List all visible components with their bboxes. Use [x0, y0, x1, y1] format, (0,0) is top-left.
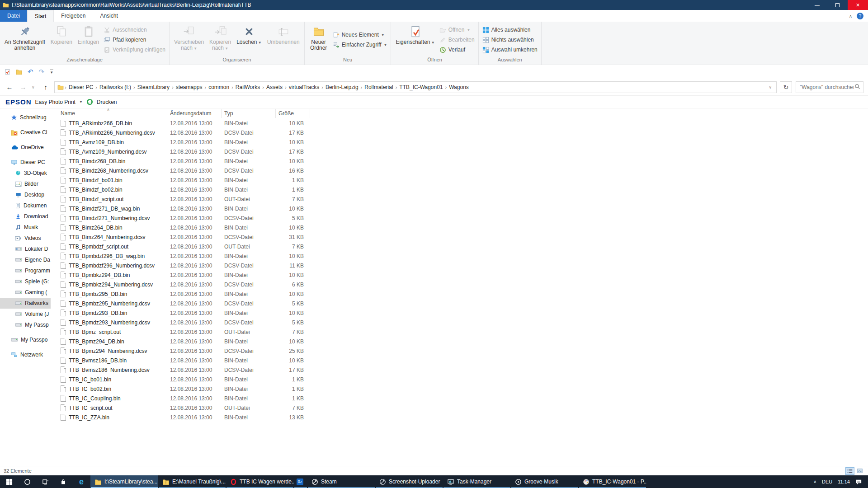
sidebar-item-my-passp[interactable]: My Passp [0, 319, 51, 330]
search-input[interactable] [799, 84, 854, 91]
sidebar-item-railworks[interactable]: Railworks [0, 298, 51, 309]
sidebar-item-creative-cl[interactable]: Creative Cl [0, 127, 51, 138]
sidebar-item-programm[interactable]: Programm [0, 265, 51, 276]
sidebar-item-eigene-da[interactable]: Eigene Da [0, 254, 51, 265]
sidebar-item-3d-objek[interactable]: 3D-Objek [0, 168, 51, 178]
search-icon[interactable] [854, 83, 860, 91]
sidebar-item-lokaler-d[interactable]: Lokaler D [0, 244, 51, 254]
file-row[interactable]: TTB_IC_bo01.bin12.08.2016 13:00BIN-Datei… [58, 375, 868, 384]
file-row[interactable]: TTB_Bpmdz293_DB.bin12.08.2016 13:00BIN-D… [58, 308, 868, 318]
taskbar-button-oz[interactable]: 0z [294, 475, 307, 488]
close-button[interactable]: ✕ [848, 0, 868, 10]
breadcrumb-item-common[interactable]: common [206, 84, 231, 90]
breadcrumb-item-wagons[interactable]: Wagons [447, 84, 471, 90]
file-row[interactable]: TTB_Bpmdz293_Numbering.dcsv12.08.2016 13… [58, 318, 868, 327]
ribbon-button-verlauf[interactable]: Verlauf [439, 45, 475, 54]
tab-start[interactable]: Start [27, 10, 54, 22]
breadcrumb-item-dieser-pc[interactable]: Dieser PC [66, 84, 96, 90]
tray-clock[interactable]: 11:14 [838, 479, 850, 484]
tab-freigeben[interactable]: Freigeben [54, 10, 93, 22]
taskbar-edge-button[interactable]: e [72, 475, 90, 488]
file-row[interactable]: TTB_IC_Coupling.bin12.08.2016 13:00BIN-D… [58, 394, 868, 403]
ribbon-button-kopieren[interactable]: Kopieren [48, 23, 75, 57]
breadcrumb-item-berlin-leipzig[interactable]: Berlin-Leipzig [323, 84, 361, 90]
ribbon-button-ffnen[interactable]: Öffnen▼ [439, 25, 475, 34]
file-row[interactable]: TTB_Bpmbkz294_DB.bin12.08.2016 13:00BIN-… [58, 270, 868, 280]
file-row[interactable]: TTB_Bvmsz186_Numbering.dcsv12.08.2016 13… [58, 365, 868, 375]
sidebar-item-spiele-g[interactable]: Spiele (G: [0, 276, 51, 287]
file-row[interactable]: TTB_Bimdz268_DB.bin12.08.2016 13:00BIN-D… [58, 156, 868, 166]
sidebar-item-onedrive[interactable]: OneDrive [0, 142, 51, 153]
ribbon-button-pfad-kopieren[interactable]: Pfad kopieren [104, 35, 165, 44]
maximize-button[interactable] [827, 0, 848, 10]
file-row[interactable]: TTB_Bimdz268_Numbering.dcsv12.08.2016 13… [58, 166, 868, 175]
sidebar-item-videos[interactable]: Videos [0, 233, 51, 244]
minimize-button[interactable]: — [807, 0, 827, 10]
file-row[interactable]: TTB_Bimdzf_script.out12.08.2016 13:00OUT… [58, 194, 868, 204]
qat-new-folder-button[interactable] [16, 69, 22, 75]
file-row[interactable]: TTB_Bpmbdzf296_DB_wag.bin12.08.2016 13:0… [58, 251, 868, 261]
sidebar-item-desktop[interactable]: Desktop [0, 189, 51, 200]
breadcrumb-item-railworks[interactable]: RailWorks [233, 84, 262, 90]
sidebar-item-bilder[interactable]: Bilder [0, 178, 51, 189]
file-row[interactable]: TTB_Bpmbdzf296_Numbering.dcsv12.08.2016 … [58, 261, 868, 270]
taskbar-button-steam[interactable]: Steam [307, 475, 375, 488]
ribbon-button-l-schen[interactable]: Löschen ▼ [234, 23, 264, 57]
taskbar-cortana-button[interactable] [18, 475, 36, 488]
sidebar-item-dokumen[interactable]: Dokumen [0, 200, 51, 211]
undo-button[interactable]: ↶ [28, 68, 33, 76]
file-row[interactable]: TTB_ARkimbz266_Numbering.dcsv12.08.2016 … [58, 128, 868, 137]
tray-chevron-icon[interactable]: ∧ [813, 479, 816, 484]
file-row[interactable]: TTB_Bpmbkz294_Numbering.dcsv12.08.2016 1… [58, 280, 868, 289]
breadcrumb-item-assets[interactable]: Assets [264, 84, 285, 90]
up-button[interactable]: ↑ [41, 83, 51, 91]
file-row[interactable]: TTB_Avmz109_DB.bin12.08.2016 13:00BIN-Da… [58, 137, 868, 147]
forward-button[interactable]: → [18, 83, 28, 91]
file-row[interactable]: TTB_Bpmbdzf_script.out12.08.2016 13:00OU… [58, 242, 868, 251]
taskbar-start-button[interactable] [0, 475, 18, 488]
ribbon-button-verkn-pfung-einf-gen[interactable]: Verknüpfung einfügen [104, 45, 165, 54]
file-row[interactable]: TTB_Bimdzf271_Numbering.dcsv12.08.2016 1… [58, 213, 868, 223]
column-header-typ[interactable]: Typ [222, 109, 276, 118]
file-row[interactable]: TTB_Bimz264_Numbering.dcsv12.08.2016 13:… [58, 232, 868, 242]
qat-properties-button[interactable] [5, 69, 10, 75]
breadcrumb-item-steamlibrary[interactable]: SteamLibrary [135, 84, 172, 90]
ribbon-button-nichts-ausw-hlen[interactable]: Nichts auswählen [482, 35, 538, 44]
file-row[interactable]: TTB_Bimz264_DB.bin12.08.2016 13:00BIN-Da… [58, 223, 868, 232]
sidebar-item-gaming[interactable]: Gaming ( [0, 287, 51, 298]
sidebar-item-my-passpo[interactable]: My Passpo [0, 334, 51, 345]
breadcrumb-item-railworks-i[interactable]: Railworks (I:) [97, 84, 133, 90]
ribbon-button-neues-element[interactable]: Neues Element▼ [333, 30, 387, 39]
ribbon-button-einf-gen[interactable]: Einfügen [75, 23, 102, 57]
help-icon[interactable]: ? [857, 13, 863, 19]
sidebar-item-dieser-pc[interactable]: Dieser PC [0, 157, 51, 168]
ribbon-button-kopieren-nach[interactable]: Kopierennach ▼ [207, 23, 234, 57]
file-row[interactable]: TTB_Bimdzf271_DB_wag.bin12.08.2016 13:00… [58, 204, 868, 213]
tab-ansicht[interactable]: Ansicht [93, 10, 125, 22]
file-row[interactable]: TTB_Bpmz294_Numbering.dcsv12.08.2016 13:… [58, 346, 868, 356]
action-center-icon[interactable] [855, 479, 862, 485]
file-row[interactable]: TTB_ARkimbz266_DB.bin12.08.2016 13:00BIN… [58, 118, 868, 128]
file-row[interactable]: TTB_Bpmbz295_DB.bin12.08.2016 13:00BIN-D… [58, 289, 868, 299]
taskbar-button-e-manuel-trau-nig[interactable]: E:\Manuel Traußnig\... [158, 475, 226, 488]
ribbon-button-einfacher-zugriff[interactable]: Einfacher Zugriff▼ [333, 40, 387, 49]
taskbar-button-ttb-ic-wagon01-p[interactable]: TTB_IC-Wagon01 - P... [579, 475, 646, 488]
breadcrumb-item-ttb-ic-wagon01[interactable]: TTB_IC-Wagon01 [397, 84, 445, 90]
file-row[interactable]: TTB_IC_ZZA.bin12.08.2016 13:00BIN-Datei1… [58, 413, 868, 422]
back-button[interactable]: ← [5, 83, 14, 91]
epson-dropdown-icon[interactable]: ▼ [79, 100, 83, 104]
breadcrumb-item-steamapps[interactable]: steamapps [174, 84, 205, 90]
ribbon-button-verschieben-nach[interactable]: Verschiebennach ▼ [171, 23, 207, 57]
column-header-name[interactable]: ∧Name [58, 109, 167, 118]
taskbar-button-ttb-ic-wagen-werde[interactable]: TTB IC Wagen werde... [226, 475, 294, 488]
ribbon-button-auswahl-umkehren[interactable]: Auswahl umkehren [482, 45, 538, 54]
sidebar-item-download[interactable]: Download [0, 211, 51, 222]
thumbnails-view-button[interactable] [855, 467, 864, 475]
breadcrumb[interactable]: › Dieser PC›Railworks (I:)›SteamLibrary›… [54, 81, 777, 93]
show-desktop-button[interactable] [866, 475, 868, 488]
file-row[interactable]: TTB_Bvmsz186_DB.bin12.08.2016 13:00BIN-D… [58, 356, 868, 365]
tray-language[interactable]: DEU [822, 479, 832, 484]
qat-customize-button[interactable]: ▼ [50, 70, 53, 75]
breadcrumb-item-rollmaterial[interactable]: Rollmaterial [362, 84, 395, 90]
ribbon-button-alles-ausw-hlen[interactable]: Alles auswählen [482, 25, 538, 34]
